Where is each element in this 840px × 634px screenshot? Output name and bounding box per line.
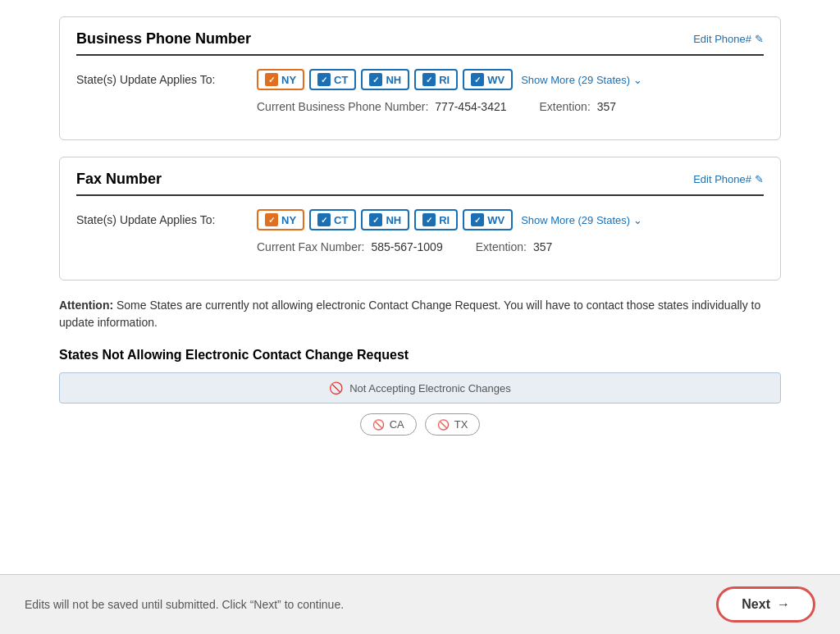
check-icon-wv-business: ✓ xyxy=(471,73,484,86)
check-icon-nh-fax: ✓ xyxy=(369,213,382,226)
fax-label: Current Fax Number: xyxy=(257,240,364,253)
check-icon-ny-fax: ✓ xyxy=(265,213,278,226)
attention-text: Some States are currently not allowing e… xyxy=(59,299,760,329)
fax-number-field: Current Fax Number: 585-567-1009 xyxy=(257,240,443,253)
check-icon-ct-fax: ✓ xyxy=(317,213,331,226)
ext-value-business: 357 xyxy=(597,100,616,113)
ext-value-fax: 357 xyxy=(533,240,552,253)
chevron-down-icon-fax: ⌄ xyxy=(633,214,642,226)
state-badge-ca-label: CA xyxy=(390,418,404,431)
state-chip-ct-business[interactable]: ✓ CT xyxy=(309,69,356,90)
business-phone-field: Current Business Phone Number: 777-454-3… xyxy=(257,100,507,113)
state-chip-ny-business[interactable]: ✓ NY xyxy=(257,69,304,90)
show-more-button-business[interactable]: Show More (29 States) ⌄ xyxy=(521,74,642,86)
fax-state-chips: ✓ NY ✓ CT ✓ NH ✓ RI ✓ WV xyxy=(257,209,642,230)
state-chip-wv-business[interactable]: ✓ WV xyxy=(463,69,513,90)
fax-number-header: Fax Number Edit Phone# ✎ xyxy=(76,171,764,196)
state-chip-ny-fax[interactable]: ✓ NY xyxy=(257,209,304,230)
check-icon-ny-business: ✓ xyxy=(265,73,278,86)
business-phone-title: Business Phone Number xyxy=(76,30,251,48)
edit-phone-link-business[interactable]: Edit Phone# ✎ xyxy=(693,33,764,45)
edit-icon-fax: ✎ xyxy=(755,173,764,185)
check-icon-ct-business: ✓ xyxy=(317,73,331,86)
fax-states-row: State(s) Update Applies To: ✓ NY ✓ CT ✓ … xyxy=(76,209,764,230)
states-not-allowing-section: States Not Allowing Electronic Contact C… xyxy=(59,348,781,436)
states-label-business: State(s) Update Applies To: xyxy=(76,73,257,86)
check-icon-nh-business: ✓ xyxy=(369,73,382,86)
not-accepting-bar: 🚫 Not Accepting Electronic Changes xyxy=(59,372,781,404)
edit-phone-link-fax[interactable]: Edit Phone# ✎ xyxy=(693,173,764,185)
business-phone-header: Business Phone Number Edit Phone# ✎ xyxy=(76,30,764,56)
fax-fields: Current Fax Number: 585-567-1009 Extenti… xyxy=(257,240,552,253)
business-states-row: State(s) Update Applies To: ✓ NY ✓ CT ✓ … xyxy=(76,69,764,90)
check-icon-wv-fax: ✓ xyxy=(471,213,484,226)
states-not-allowing-title: States Not Allowing Electronic Contact C… xyxy=(59,348,781,363)
state-badge-tx-label: TX xyxy=(454,418,468,431)
not-accepting-label: Not Accepting Electronic Changes xyxy=(349,382,511,395)
state-badge-ca[interactable]: 🚫 CA xyxy=(360,413,417,436)
ext-label-fax: Extention: xyxy=(476,240,527,253)
state-chip-wv-fax[interactable]: ✓ WV xyxy=(463,209,513,230)
business-phone-details-row: Current Business Phone Number: 777-454-3… xyxy=(76,100,764,113)
state-chip-nh-fax[interactable]: ✓ NH xyxy=(361,209,409,230)
state-chip-nh-business[interactable]: ✓ NH xyxy=(361,69,409,90)
ban-icon-tx: 🚫 xyxy=(437,419,450,431)
fax-number-title: Fax Number xyxy=(76,171,162,188)
attention-section: Attention: Some States are currently not… xyxy=(59,297,781,331)
state-chip-ri-fax[interactable]: ✓ RI xyxy=(414,209,458,230)
business-state-chips: ✓ NY ✓ CT ✓ NH ✓ RI ✓ WV xyxy=(257,69,642,90)
chevron-down-icon-business: ⌄ xyxy=(633,74,642,86)
states-label-fax: State(s) Update Applies To: xyxy=(76,213,257,226)
state-chip-ri-business[interactable]: ✓ RI xyxy=(414,69,458,90)
phone-label-business: Current Business Phone Number: xyxy=(257,100,428,113)
fax-ext-field: Extention: 357 xyxy=(476,240,553,253)
state-badges-container: 🚫 CA 🚫 TX xyxy=(59,413,781,436)
business-phone-card: Business Phone Number Edit Phone# ✎ Stat… xyxy=(59,16,781,140)
check-icon-ri-business: ✓ xyxy=(422,73,436,86)
ban-icon-bar: 🚫 xyxy=(329,381,343,395)
state-badge-tx[interactable]: 🚫 TX xyxy=(425,413,481,436)
ext-label-business: Extention: xyxy=(540,100,591,113)
state-chip-ct-fax[interactable]: ✓ CT xyxy=(309,209,356,230)
fax-number-card: Fax Number Edit Phone# ✎ State(s) Update… xyxy=(59,157,781,281)
fax-value: 585-567-1009 xyxy=(371,240,442,253)
attention-bold: Attention: xyxy=(59,299,113,312)
check-icon-ri-fax: ✓ xyxy=(422,213,436,226)
fax-details-row: Current Fax Number: 585-567-1009 Extenti… xyxy=(76,240,764,253)
ban-icon-ca: 🚫 xyxy=(372,419,385,431)
phone-value-business: 777-454-3421 xyxy=(435,100,506,113)
business-phone-fields: Current Business Phone Number: 777-454-3… xyxy=(257,100,616,113)
business-ext-field: Extention: 357 xyxy=(540,100,617,113)
show-more-button-fax[interactable]: Show More (29 States) ⌄ xyxy=(521,214,642,226)
edit-icon-business: ✎ xyxy=(755,33,764,45)
